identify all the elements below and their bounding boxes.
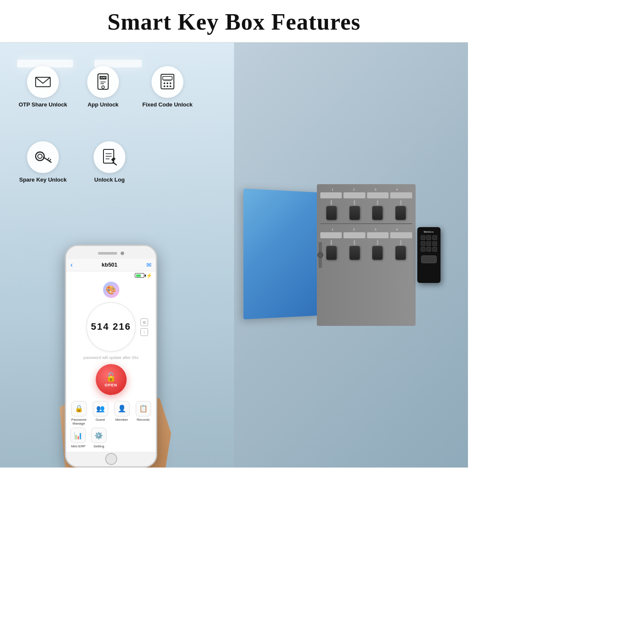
battery-indicator (135, 273, 144, 278)
mail-icon[interactable]: ✉ (146, 261, 152, 268)
blue-door (243, 188, 321, 319)
open-button[interactable]: 🔓 OPEN (96, 364, 127, 395)
menu-minierp[interactable]: 📊 Mini ERP (69, 428, 88, 448)
minierp-icon-box: 📊 (70, 428, 86, 443)
phone-speaker (98, 252, 117, 255)
lock-open-icon: 🔓 (106, 372, 116, 382)
main-content: OTP Share Unlock APP App (0, 43, 468, 468)
feature-spare: Spare Key Unlock (13, 141, 73, 184)
phone-top (66, 246, 156, 259)
app-label: App Unlock (88, 101, 118, 109)
battery-fill (136, 274, 141, 277)
timer-text: password will update after 55s (66, 354, 156, 362)
otp-icon-circle (27, 66, 59, 98)
feature-app: APP App Unlock (77, 66, 129, 109)
home-button[interactable] (105, 453, 117, 465)
svg-point-14 (170, 85, 171, 87)
copy-icon-1[interactable]: ⧉ (140, 319, 148, 326)
phone-bottom-bar (66, 452, 156, 466)
svg-text:APP: APP (100, 76, 106, 79)
spare-icon-circle (27, 141, 59, 173)
keys-row-1 (317, 200, 416, 220)
tag-strip-top (317, 192, 416, 198)
left-panel: OTP Share Unlock APP App (0, 43, 234, 468)
fixed-label: Fixed Code Unlock (142, 101, 192, 109)
status-row: ⚡ (66, 271, 156, 280)
svg-line-20 (49, 159, 51, 161)
menu-password[interactable]: 🔒 PasswordManage (69, 401, 89, 426)
lock-rod (319, 242, 322, 268)
svg-point-17 (38, 154, 42, 158)
app-icon-circle: APP (87, 66, 119, 98)
menu-setting[interactable]: ⚙️ Setting (89, 428, 109, 448)
avatar-row: 🎨 (66, 280, 156, 301)
tag-strip-bottom (317, 232, 416, 238)
svg-line-25 (113, 162, 116, 165)
feature-otp: OTP Share Unlock (13, 66, 73, 109)
number-row-bottom: 1 2 3 4 (317, 228, 416, 232)
open-button-container: 🔓 OPEN (66, 362, 156, 399)
otp-display: 514 216 ⧉ ↑ (66, 301, 156, 354)
open-label: OPEN (105, 383, 118, 387)
keybox-assembly: 1 2 3 4 (317, 184, 416, 326)
right-panel: 1 2 3 4 (234, 43, 468, 468)
device-name: kb501 (102, 261, 118, 268)
header: Smart Key Box Features (0, 0, 468, 43)
spare-label: Spare Key Unlock (19, 176, 67, 184)
brand-label: WeHere (424, 231, 434, 233)
share-icon[interactable]: ↑ (140, 328, 148, 336)
guest-label: Guest (96, 418, 105, 422)
back-arrow[interactable]: ‹ (70, 261, 73, 269)
feature-fixed: Fixed Code Unlock (137, 66, 197, 109)
log-icon-circle (94, 141, 125, 173)
otp-label: OTP Share Unlock (18, 101, 67, 109)
password-icon-box: 🔒 (71, 401, 87, 416)
phone-screen: ‹ kb501 ✉ ⚡ (66, 259, 156, 452)
svg-point-12 (164, 85, 165, 87)
svg-point-16 (36, 152, 44, 161)
number-row-top: 1 2 3 4 (317, 184, 416, 192)
log-label: Unlock Log (94, 176, 125, 184)
guest-icon-box: 👥 (93, 401, 108, 416)
features-bottom-row: Spare Key Unlock Unlock (13, 141, 137, 184)
svg-point-6 (102, 86, 104, 88)
fixed-icon-circle (152, 66, 183, 98)
bluetooth-icon: ⚡ (146, 273, 152, 279)
password-label: PasswordManage (71, 418, 86, 426)
menu-member[interactable]: 👤 Member (112, 401, 132, 426)
records-label: Records (137, 418, 150, 422)
phone: ‹ kb501 ✉ ⚡ (65, 245, 157, 468)
timer-label: password will update after 55s (84, 355, 139, 360)
setting-label: Setting (94, 444, 104, 448)
feature-log: Unlock Log (82, 141, 137, 184)
keypad-icon (159, 73, 176, 91)
features-top-row: OTP Share Unlock APP App (13, 66, 230, 109)
member-label: Member (115, 418, 128, 422)
phone-navbar: ‹ kb501 ✉ (66, 259, 156, 271)
minierp-label: Mini ERP (71, 444, 85, 448)
phone-menu-row1: 🔒 PasswordManage 👥 Guest 👤 Member (66, 399, 156, 427)
keybox-back-panel: 1 2 3 4 (317, 184, 416, 326)
app-icon: APP (95, 73, 111, 91)
keypad-buttons (421, 235, 437, 252)
page-title: Smart Key Box Features (0, 9, 468, 35)
phone-camera (121, 252, 124, 255)
svg-point-13 (167, 85, 168, 87)
phone-menu-row2: 📊 Mini ERP ⚙️ Setting (66, 427, 111, 452)
otp-number: 514 216 (91, 321, 131, 332)
svg-point-9 (164, 82, 165, 84)
menu-records[interactable]: 📋 Records (133, 401, 153, 426)
svg-point-11 (170, 82, 171, 84)
member-icon-box: 👤 (114, 401, 130, 416)
avatar: 🎨 (103, 282, 119, 298)
svg-point-10 (167, 82, 168, 84)
copy-icons: ⧉ ↑ (140, 319, 148, 336)
keys-row-2 (317, 240, 416, 260)
key-icon (34, 149, 52, 165)
menu-guest[interactable]: 👥 Guest (90, 401, 110, 426)
keypad-module: WeHere (417, 227, 440, 283)
envelope-icon (35, 76, 51, 88)
svg-rect-8 (163, 76, 172, 80)
phone-in-hand: ‹ kb501 ✉ ⚡ (51, 245, 171, 468)
otp-circle: 514 216 (86, 302, 136, 352)
